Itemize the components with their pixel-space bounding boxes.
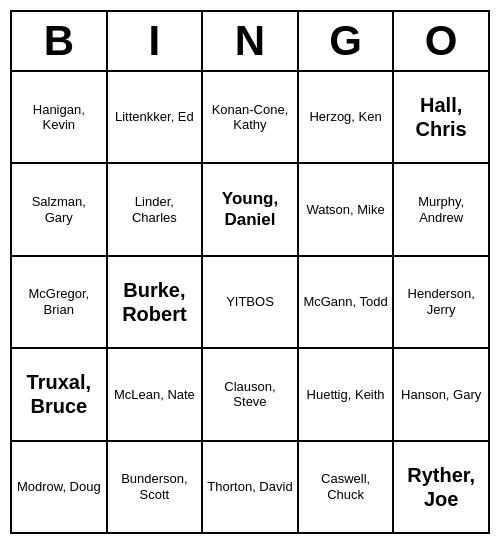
bingo-row-1: Salzman, GaryLinder, CharlesYoung, Danie…: [12, 164, 488, 256]
bingo-row-2: McGregor, BrianBurke, RobertYITBOSMcGann…: [12, 257, 488, 349]
bingo-cell-4-2: Thorton, David: [203, 442, 299, 532]
bingo-cell-1-1: Linder, Charles: [108, 164, 204, 254]
bingo-cell-0-1: Littenkker, Ed: [108, 72, 204, 162]
bingo-cell-3-3: Huettig, Keith: [299, 349, 395, 439]
bingo-row-0: Hanigan, KevinLittenkker, EdKonan-Cone, …: [12, 72, 488, 164]
bingo-cell-3-4: Hanson, Gary: [394, 349, 488, 439]
bingo-cell-3-1: McLean, Nate: [108, 349, 204, 439]
bingo-cell-4-4: Ryther, Joe: [394, 442, 488, 532]
bingo-card: BINGO Hanigan, KevinLittenkker, EdKonan-…: [10, 10, 490, 534]
bingo-cell-2-3: McGann, Todd: [299, 257, 395, 347]
bingo-row-3: Truxal, BruceMcLean, NateClauson, SteveH…: [12, 349, 488, 441]
bingo-cell-1-3: Watson, Mike: [299, 164, 395, 254]
header-letter-g: G: [299, 12, 395, 70]
bingo-cell-2-1: Burke, Robert: [108, 257, 204, 347]
header-letter-n: N: [203, 12, 299, 70]
bingo-grid: Hanigan, KevinLittenkker, EdKonan-Cone, …: [12, 72, 488, 532]
header-letter-b: B: [12, 12, 108, 70]
bingo-cell-2-4: Henderson, Jerry: [394, 257, 488, 347]
header-letter-o: O: [394, 12, 488, 70]
bingo-cell-2-0: McGregor, Brian: [12, 257, 108, 347]
bingo-cell-2-2: YITBOS: [203, 257, 299, 347]
bingo-cell-1-4: Murphy, Andrew: [394, 164, 488, 254]
bingo-cell-0-2: Konan-Cone, Kathy: [203, 72, 299, 162]
bingo-cell-4-1: Bunderson, Scott: [108, 442, 204, 532]
bingo-header: BINGO: [12, 12, 488, 72]
bingo-cell-0-3: Herzog, Ken: [299, 72, 395, 162]
bingo-row-4: Modrow, DougBunderson, ScottThorton, Dav…: [12, 442, 488, 532]
bingo-cell-4-3: Caswell, Chuck: [299, 442, 395, 532]
bingo-cell-0-4: Hall, Chris: [394, 72, 488, 162]
bingo-cell-3-0: Truxal, Bruce: [12, 349, 108, 439]
bingo-cell-0-0: Hanigan, Kevin: [12, 72, 108, 162]
header-letter-i: I: [108, 12, 204, 70]
bingo-cell-1-0: Salzman, Gary: [12, 164, 108, 254]
bingo-cell-4-0: Modrow, Doug: [12, 442, 108, 532]
bingo-cell-1-2: Young, Daniel: [203, 164, 299, 254]
bingo-cell-3-2: Clauson, Steve: [203, 349, 299, 439]
